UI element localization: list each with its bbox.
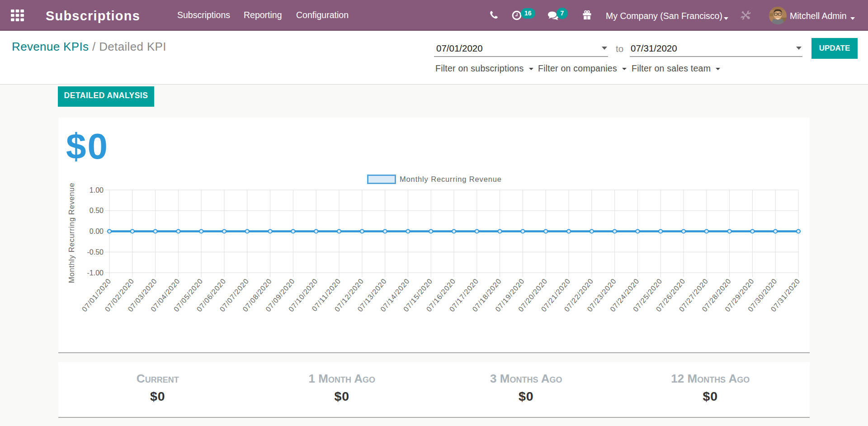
- svg-text:-0.50: -0.50: [87, 248, 104, 256]
- svg-text:0.00: 0.00: [90, 227, 104, 235]
- svg-text:0.50: 0.50: [90, 207, 104, 214]
- svg-text:-1.00: -1.00: [87, 269, 104, 277]
- svg-text:1.00: 1.00: [90, 186, 104, 194]
- svg-text:Monthly Recurring Revenue: Monthly Recurring Revenue: [67, 183, 75, 283]
